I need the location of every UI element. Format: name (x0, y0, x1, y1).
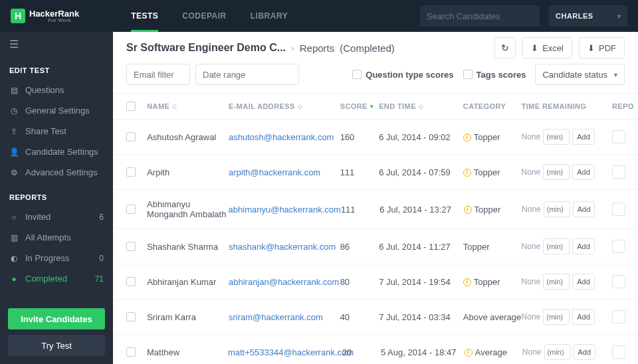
add-time-button[interactable]: Add (574, 344, 596, 360)
minutes-input[interactable] (543, 129, 570, 145)
excel-label: Excel (542, 43, 564, 53)
logo[interactable]: H HackerRank For Work (11, 9, 79, 23)
invite-candidates-button[interactable]: Invite Candidates (8, 308, 105, 329)
email-link[interactable]: shashank@hackerrank.com (229, 242, 336, 252)
sidebar-item-completed[interactable]: ●Completed71 (0, 268, 113, 289)
cell-report (612, 345, 638, 359)
nav-tests[interactable]: TESTS (119, 0, 170, 32)
cell-report (612, 310, 638, 323)
select-all-checkbox[interactable] (126, 102, 136, 111)
row-checkbox[interactable] (126, 312, 136, 321)
tags-scores-checkbox[interactable]: Tags scores (463, 70, 526, 80)
sidebar-item-candidate-settings[interactable]: 👤Candidate Settings (0, 141, 113, 162)
table-row: Abhiranjan Kumar abhiranjan@hackerrank.c… (113, 264, 638, 300)
candidate-status-dropdown[interactable]: Candidate status ▾ (535, 64, 625, 85)
cell-name: Ashutosh Agrawal (147, 132, 229, 142)
add-time-button[interactable]: Add (573, 201, 595, 217)
col-end-time[interactable]: END TIME◇ (379, 102, 463, 110)
breadcrumb-qualifier: (Completed) (340, 43, 395, 54)
chevron-down-icon: ▾ (614, 71, 617, 78)
row-checkbox[interactable] (126, 205, 136, 214)
row-checkbox[interactable] (126, 347, 136, 357)
email-link[interactable]: matt+5533344@hackerrank.com (228, 347, 354, 357)
row-checkbox[interactable] (126, 167, 136, 177)
report-action[interactable] (612, 203, 625, 216)
sort-icon: ◇ (419, 103, 423, 110)
minutes-input[interactable] (543, 309, 570, 325)
cell-report (612, 165, 638, 179)
cell-score: 111 (341, 205, 379, 215)
col-email[interactable]: E-MAIL ADDRESS◇ (229, 102, 340, 110)
add-time-button[interactable]: Add (572, 238, 595, 254)
checkbox-icon (463, 70, 473, 79)
status-label: Candidate status (542, 70, 607, 80)
minutes-input[interactable] (544, 344, 571, 360)
sidebar-item-share-test[interactable]: ⇪Share Test (0, 121, 113, 141)
nav-codepair[interactable]: CODEPAIR (170, 0, 238, 32)
report-action[interactable] (612, 130, 625, 143)
col-score[interactable]: SCORE▾ (340, 102, 379, 110)
minutes-input[interactable] (544, 201, 570, 217)
email-link[interactable]: ashutosh@hackerrank.com (229, 132, 334, 142)
sidebar-item-in-progress[interactable]: ◐In Progress0 (0, 248, 113, 268)
sidebar-item-questions[interactable]: ▤Questions (0, 80, 113, 100)
gear-icon: ⚙ (9, 168, 19, 177)
add-time-button[interactable]: Add (572, 129, 595, 145)
top-nav: TESTS CODEPAIR LIBRARY (119, 0, 300, 32)
sidebar-item-general-settings[interactable]: ◷General Settings (0, 100, 113, 121)
user-menu[interactable]: CHARLES ▾ (549, 5, 627, 27)
sidebar-item-advanced-settings[interactable]: ⚙Advanced Settings (0, 162, 113, 183)
add-time-button[interactable]: Add (572, 309, 595, 325)
sidebar-item-invited[interactable]: ○Invited6 (0, 207, 113, 227)
cell-category: Topper (463, 132, 522, 142)
report-action[interactable] (612, 165, 625, 179)
qtype-label: Question type scores (366, 70, 453, 80)
date-range-input[interactable] (195, 64, 299, 85)
breadcrumb-main[interactable]: Sr Software Engineer Demo C... (126, 42, 286, 54)
main-content: Sr Software Engineer Demo C... › Reports… (113, 32, 638, 364)
cell-category: Above average (463, 312, 522, 322)
row-checkbox[interactable] (126, 277, 136, 286)
search-input[interactable]: Search Candidates (420, 5, 540, 27)
minutes-input[interactable] (543, 164, 570, 180)
row-checkbox[interactable] (126, 132, 136, 141)
sidebar-item-label: All Attempts (25, 232, 71, 242)
hamburger-icon[interactable]: ☰ (0, 32, 113, 56)
col-category[interactable]: CATEGORY (463, 102, 522, 110)
pdf-label: PDF (599, 43, 616, 53)
email-filter-input[interactable] (126, 64, 190, 85)
report-action[interactable] (612, 310, 625, 323)
col-name[interactable]: NAME◇ (147, 102, 229, 110)
time-none: None (522, 242, 541, 251)
time-none: None (522, 312, 541, 321)
sidebar-item-label: Invited (25, 212, 51, 222)
sort-icon: ◇ (298, 103, 302, 110)
export-excel-button[interactable]: ⬇ Excel (522, 37, 572, 58)
try-test-button[interactable]: Try Test (8, 335, 105, 356)
row-checkbox[interactable] (126, 242, 136, 251)
report-action[interactable] (612, 240, 625, 253)
question-type-scores-checkbox[interactable]: Question type scores (352, 70, 453, 80)
nav-library[interactable]: LIBRARY (239, 0, 300, 32)
cell-score: 80 (340, 277, 379, 287)
minutes-input[interactable] (543, 238, 570, 254)
info-icon (463, 134, 471, 141)
report-action[interactable] (612, 275, 625, 288)
sidebar-item-all-attempts[interactable]: ▥All Attempts (0, 227, 113, 248)
report-action[interactable] (612, 345, 625, 359)
add-time-button[interactable]: Add (572, 274, 595, 290)
table-row: Sriram Karra sriram@hackerrank.com 40 7 … (113, 300, 638, 335)
email-link[interactable]: abhimanyu@hackerrank.com (229, 205, 341, 215)
refresh-button[interactable]: ↻ (494, 37, 516, 58)
cell-score: 160 (340, 132, 379, 142)
sidebar-item-count: 0 (99, 254, 104, 263)
add-time-button[interactable]: Add (572, 164, 595, 180)
email-link[interactable]: abhiranjan@hackerrank.com (229, 277, 339, 287)
email-link[interactable]: sriram@hackerrank.com (229, 312, 323, 322)
sidebar-item-count: 6 (99, 213, 104, 222)
half-icon: ◐ (9, 254, 19, 263)
email-link[interactable]: arpith@hackerrank.com (229, 167, 320, 177)
table-header: NAME◇ E-MAIL ADDRESS◇ SCORE▾ END TIME◇ C… (113, 93, 638, 120)
export-pdf-button[interactable]: ⬇ PDF (579, 37, 625, 58)
minutes-input[interactable] (543, 274, 570, 290)
